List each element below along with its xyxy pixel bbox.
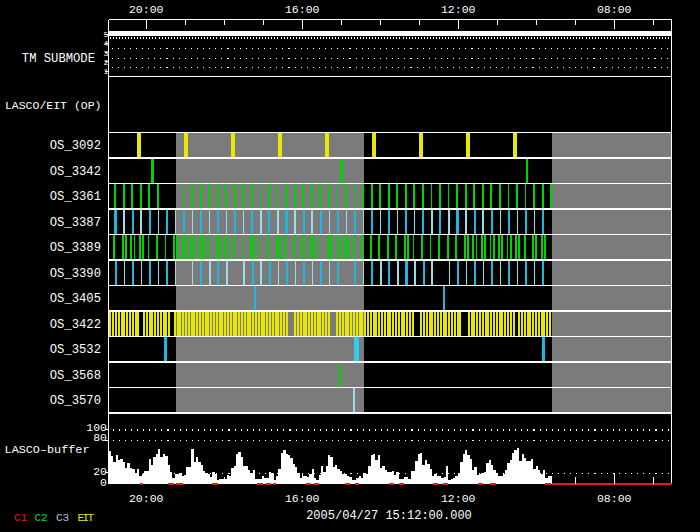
svg-text:OS_3532: OS_3532 (50, 343, 101, 357)
svg-text:2005/04/27 15:12:00.000: 2005/04/27 15:12:00.000 (306, 509, 472, 523)
svg-text:C2: C2 (35, 512, 48, 524)
svg-text:0: 0 (100, 476, 107, 489)
svg-text:OS_3387: OS_3387 (50, 216, 101, 230)
svg-text:EIT: EIT (78, 512, 95, 524)
svg-text:16:00: 16:00 (285, 3, 320, 16)
svg-text:2: 2 (103, 58, 108, 67)
svg-text:08:00: 08:00 (597, 3, 632, 16)
svg-text:4: 4 (103, 39, 108, 48)
svg-text:OS_3092: OS_3092 (50, 139, 101, 153)
svg-text:12:00: 12:00 (441, 3, 476, 16)
svg-text:5: 5 (103, 30, 108, 39)
svg-text:LASCO/EIT (OP): LASCO/EIT (OP) (5, 99, 102, 112)
svg-text:16:00: 16:00 (285, 492, 320, 505)
svg-text:OS_3390: OS_3390 (50, 267, 101, 281)
svg-text:12:00: 12:00 (441, 492, 476, 505)
svg-text:80: 80 (93, 431, 107, 444)
svg-text:08:00: 08:00 (597, 492, 632, 505)
svg-text:C1: C1 (14, 512, 28, 524)
svg-text:OS_3342: OS_3342 (50, 165, 101, 179)
svg-text:20:00: 20:00 (129, 3, 164, 16)
svg-text:OS_3389: OS_3389 (50, 241, 101, 255)
svg-text:TM SUBMODE: TM SUBMODE (22, 52, 95, 66)
svg-text:3: 3 (103, 49, 108, 58)
svg-text:LASCO–buffer: LASCO–buffer (5, 443, 90, 457)
svg-text:OS_3570: OS_3570 (50, 394, 101, 408)
svg-text:OS_3422: OS_3422 (50, 318, 101, 332)
svg-text:20:00: 20:00 (129, 492, 164, 505)
svg-text:OS_3568: OS_3568 (50, 369, 101, 383)
svg-text:1: 1 (103, 67, 108, 76)
svg-text:OS_3405: OS_3405 (50, 292, 101, 306)
svg-text:OS_3361: OS_3361 (50, 190, 101, 204)
svg-text:C3: C3 (56, 512, 69, 524)
